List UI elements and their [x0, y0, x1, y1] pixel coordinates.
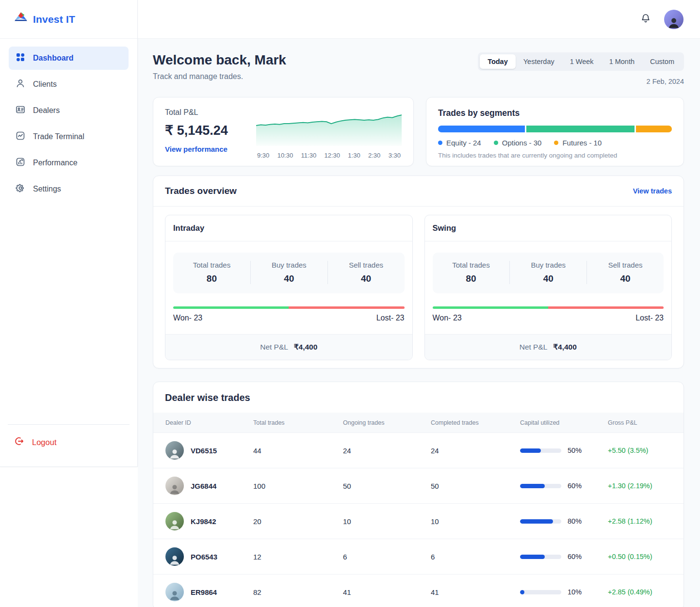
sidebar-item-label: Performance: [33, 159, 78, 167]
x-tick: 9:30: [257, 152, 269, 159]
sidebar-item-trade-terminal[interactable]: Trade Terminal: [9, 125, 129, 148]
legend-label: Options - 30: [502, 139, 542, 147]
grid-dots-icon: [16, 52, 25, 64]
total-trades-value: 12: [253, 553, 343, 561]
stat-total-trades: Total trades 80: [173, 261, 250, 284]
stat-total-trades: Total trades 80: [433, 261, 510, 284]
capital-percent: 80%: [568, 517, 582, 525]
swing-title: Swing: [425, 215, 672, 241]
segments-title: Trades by segments: [438, 108, 672, 118]
sidebar-item-label: Dashboard: [33, 54, 74, 63]
legend-dot: [554, 141, 558, 145]
gross-pnl-value: +2.85 (0.49%): [608, 588, 672, 596]
dealer-table-title: Dealer wise trades: [153, 382, 684, 413]
trades-overview-title: Trades overview: [165, 186, 237, 196]
sidebar-item-label: Trade Terminal: [33, 132, 84, 141]
stat-label: Buy trades: [510, 261, 586, 269]
dealer-id: PO6543: [191, 553, 217, 561]
sidebar-item-label: Clients: [33, 80, 57, 89]
x-tick: 12:30: [324, 152, 340, 159]
x-tick: 1:30: [348, 152, 360, 159]
dealer-id: VD6515: [191, 447, 217, 455]
capital-progress-bar: [520, 484, 561, 488]
legend-dot: [494, 141, 498, 145]
current-date: 2 Feb, 2024: [647, 78, 684, 85]
table-row: PO6543 12 6 6 60% +0.50 (0.15%): [153, 539, 684, 574]
legend-futures: Futures - 10: [554, 139, 602, 147]
sidebar-item-label: Settings: [33, 185, 61, 193]
stat-sell-trades: Sell trades 40: [586, 261, 664, 284]
legend-options: Options - 30: [494, 139, 542, 147]
capital-progress-bar: [520, 448, 561, 453]
capital-percent: 10%: [568, 588, 582, 596]
logout-label: Logout: [32, 438, 56, 447]
stat-buy-trades: Buy trades 40: [509, 261, 586, 284]
logout-button[interactable]: Logout: [0, 425, 137, 466]
stat-label: Sell trades: [587, 261, 664, 269]
total-trades-value: 100: [253, 482, 343, 490]
sidebar-item-performance[interactable]: Performance: [9, 151, 129, 175]
stat-value: 40: [251, 273, 327, 284]
capital-progress-bar: [520, 555, 561, 559]
view-trades-link[interactable]: View trades: [633, 187, 672, 195]
legend-dot: [438, 141, 442, 145]
filter-today[interactable]: Today: [480, 54, 516, 69]
main-area: Welcome back, Mark Track and manage trad…: [138, 0, 700, 607]
total-trades-value: 82: [253, 588, 343, 596]
view-performance-link[interactable]: View performance: [165, 145, 256, 153]
col-ongoing-trades: Ongoing trades: [343, 419, 431, 426]
won-bar-segment: [173, 306, 289, 309]
capital-percent: 60%: [568, 553, 582, 560]
trades-overview-card: Trades overview View trades Intraday Tot…: [153, 176, 684, 368]
trades-by-segments-card: Trades by segments Equity - 24 Options -…: [426, 97, 684, 166]
filter-yesterday[interactable]: Yesterday: [516, 54, 562, 69]
win-loss-bar: [173, 306, 405, 309]
col-completed-trades: Completed trades: [431, 419, 520, 426]
ongoing-trades-value: 41: [343, 588, 431, 596]
chart-x-axis: 9:30 10:30 11:30 12:30 1:30 2:30 3:30: [256, 152, 402, 159]
swing-net-pnl: Net P&L ₹4,400: [425, 334, 672, 360]
sidebar-item-dashboard[interactable]: Dashboard: [9, 47, 129, 70]
gross-pnl-value: +2.58 (1.12%): [608, 517, 672, 525]
stat-buy-trades: Buy trades 40: [250, 261, 327, 284]
gross-pnl-value: +1.30 (2.19%): [608, 482, 672, 490]
table-row: JG6844 100 50 50 60% +1.30 (2.19%): [153, 468, 684, 503]
stat-label: Total trades: [433, 261, 510, 269]
lost-count: Lost- 23: [635, 314, 664, 322]
lost-bar-segment: [548, 306, 664, 309]
stat-value: 80: [173, 273, 250, 284]
sidebar-item-settings[interactable]: Settings: [9, 177, 129, 201]
ongoing-trades-value: 24: [343, 447, 431, 455]
intraday-title: Intraday: [165, 215, 412, 241]
bell-icon[interactable]: [640, 13, 651, 26]
capital-progress-bar: [520, 519, 561, 524]
stat-value: 80: [433, 273, 510, 284]
filter-custom[interactable]: Custom: [642, 54, 682, 69]
dealer-wise-trades-card: Dealer wise trades Dealer ID Total trade…: [153, 382, 684, 607]
brand: Invest IT: [0, 0, 137, 39]
sidebar-item-dealers[interactable]: Dealers: [9, 99, 129, 122]
total-pnl-value: ₹ 5,145.24: [165, 123, 256, 138]
swing-stats: Total trades 80 Buy trades 40 Sell trade…: [433, 253, 664, 293]
sidebar-item-label: Dealers: [33, 106, 60, 115]
won-count: Won- 23: [433, 314, 462, 322]
stat-label: Total trades: [173, 261, 250, 269]
stat-value: 40: [587, 273, 664, 284]
gear-icon: [16, 183, 25, 195]
capital-percent: 60%: [568, 482, 582, 490]
dealer-id: KJ9842: [191, 517, 216, 526]
sidebar: Invest IT Dashboard Clients: [0, 0, 138, 467]
col-total-trades: Total trades: [253, 419, 343, 426]
col-capital-utilized: Capital utilized: [520, 419, 608, 426]
won-bar-segment: [433, 306, 548, 309]
dealer-avatar: [165, 512, 184, 530]
person-icon: [16, 79, 25, 90]
sidebar-item-clients[interactable]: Clients: [9, 73, 129, 96]
dealer-avatar: [165, 477, 184, 495]
user-avatar[interactable]: [664, 10, 684, 29]
filter-1-week[interactable]: 1 Week: [562, 54, 602, 69]
filter-1-month[interactable]: 1 Month: [602, 54, 642, 69]
segments-legend: Equity - 24 Options - 30 Futures - 10: [438, 139, 672, 147]
table-row: KJ9842 20 10 10 80% +2.58 (1.12%): [153, 503, 684, 539]
win-loss-bar: [433, 306, 664, 309]
